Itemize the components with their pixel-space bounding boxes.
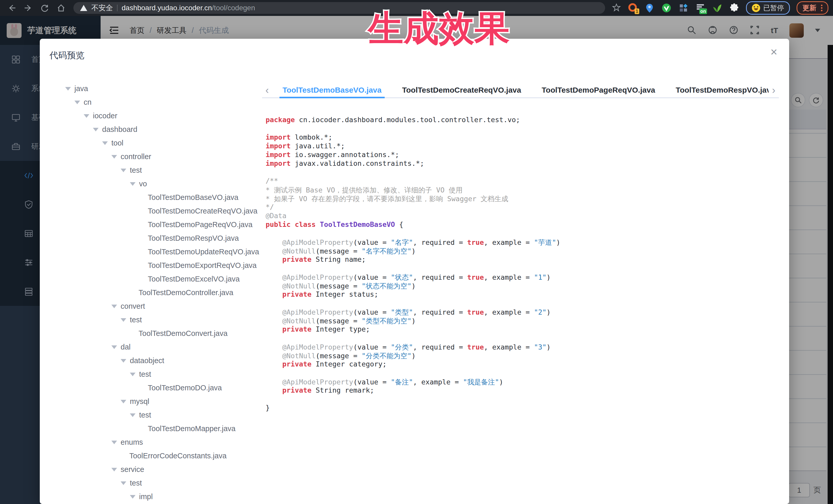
tree-label: vo (139, 179, 147, 188)
security-warning-icon[interactable] (80, 5, 87, 11)
caret-down-icon[interactable] (130, 413, 136, 417)
code-line: import lombok.*; (266, 133, 779, 142)
caret-down-icon[interactable] (121, 318, 126, 322)
caret-down-icon[interactable] (111, 305, 117, 308)
tree-file[interactable]: ToolTestDemoUpdateReqVO.java (49, 245, 262, 259)
tree-file[interactable]: ToolTestDemoExportReqVO.java (49, 259, 262, 272)
caret-down-icon[interactable] (84, 114, 89, 118)
file-tab[interactable]: ToolTestDemoCreateReqVO.java (392, 82, 531, 98)
caret-down-icon[interactable] (102, 141, 108, 145)
bookmark-star-icon[interactable] (612, 3, 621, 13)
caret-down-icon[interactable] (121, 359, 126, 363)
tree-label: ToolTestDemoCreateReqVO.java (148, 207, 257, 215)
tree-folder[interactable]: test (49, 313, 262, 327)
tabs-scroll-left-icon[interactable]: ‹ (262, 82, 272, 98)
code-line (266, 168, 779, 177)
address-bar[interactable]: 不安全 dashboard.yudao.iocoder.cn/tool/code… (73, 2, 605, 14)
caret-down-icon[interactable] (74, 101, 80, 104)
code-line: @NotNull(message = "名字不能为空") (266, 247, 779, 255)
code-view[interactable]: package cn.iocoder.dashboard.modules.too… (266, 116, 779, 501)
tree-folder[interactable]: mysql (49, 395, 262, 408)
tree-label: service (121, 465, 144, 474)
tree-folder[interactable]: dashboard (49, 123, 262, 136)
tree-file[interactable]: ToolTestDemoRespVO.java (49, 232, 262, 245)
tree-label: ToolTestDemoConvert.java (139, 329, 228, 338)
tree-folder[interactable]: test (49, 164, 262, 177)
tree-file[interactable]: ToolTestDemoConvert.java (49, 327, 262, 340)
tree-label: enums (121, 438, 143, 447)
reload-icon[interactable] (40, 3, 49, 13)
file-tab[interactable]: ToolTestDemoPageReqVO.java (531, 82, 665, 98)
tree-file[interactable]: ToolTestDemoExcelVO.java (49, 272, 262, 286)
code-line: private Integer type; (266, 325, 779, 334)
code-line: * 测试示例 Base VO，提供给添加、修改、详细的子 VO 使用 (266, 186, 779, 194)
home-icon[interactable] (56, 3, 66, 13)
security-label[interactable]: 不安全 (91, 3, 113, 13)
tree-folder[interactable]: convert (49, 299, 262, 313)
tree-folder[interactable]: cn (49, 95, 262, 109)
tree-folder[interactable]: dataobject (49, 354, 262, 367)
ext-leaf-icon[interactable] (712, 3, 722, 13)
tree-file[interactable]: ToolTestDemoDO.java (49, 381, 262, 395)
caret-down-icon[interactable] (121, 400, 126, 403)
tree-folder[interactable]: impl (49, 490, 262, 503)
tree-folder[interactable]: java (49, 82, 262, 95)
file-tab[interactable]: ToolTestDemoRespVO.java (665, 82, 768, 98)
ext-orange-circle-icon[interactable]: 1 (627, 3, 638, 13)
tree-folder[interactable]: dal (49, 340, 262, 354)
forward-icon[interactable] (24, 3, 33, 13)
tree-file[interactable]: ToolTestDemoController.java (49, 286, 262, 299)
tree-folder[interactable]: tool (49, 136, 262, 150)
tree-folder[interactable]: test (49, 367, 262, 381)
tabs-scroll-right-icon[interactable]: › (768, 82, 779, 98)
tree-file[interactable]: ToolTestDemoBaseVO.java (49, 191, 262, 204)
tree-file[interactable]: ToolErrorCodeConstants.java (49, 449, 262, 463)
ext-on-badge-icon[interactable]: on (695, 3, 706, 13)
tree-file[interactable]: ToolTestDemoCreateReqVO.java (49, 204, 262, 218)
url-host[interactable]: dashboard.yudao.iocoder.cn (122, 4, 212, 12)
tree-file[interactable]: ToolTestDemoMapper.java (49, 422, 262, 435)
tree-label: test (139, 411, 151, 419)
file-tab[interactable]: ToolTestDemoBaseVO.java (272, 82, 392, 98)
url-path[interactable]: /tool/codegen (212, 4, 255, 12)
caret-down-icon[interactable] (121, 169, 126, 172)
ext-green-v-icon[interactable] (661, 3, 672, 13)
tree-label: ToolTestDemoExportReqVO.java (148, 261, 257, 270)
caret-down-icon[interactable] (130, 373, 136, 376)
code-line: @ApiModelProperty(value = "分类", required… (266, 342, 779, 351)
tree-folder[interactable]: test (49, 476, 262, 490)
back-icon[interactable] (7, 3, 17, 13)
code-line: @NotNull(message = "类型不能为空") (266, 316, 779, 325)
code-line: @ApiModelProperty(value = "状态", required… (266, 273, 779, 282)
caret-down-icon[interactable] (111, 155, 117, 159)
tree-label: test (130, 166, 142, 174)
ext-grid-icon[interactable] (678, 3, 689, 13)
ext-blue-pin-icon[interactable] (644, 3, 654, 13)
code-line (266, 334, 779, 342)
tree-folder[interactable]: iocoder (49, 109, 262, 123)
browser-toolbar: 不安全 dashboard.yudao.iocoder.cn/tool/code… (0, 0, 833, 16)
tree-label: ToolTestDemoBaseVO.java (148, 193, 238, 202)
tree-file[interactable]: ToolTestDemoPageReqVO.java (49, 218, 262, 232)
caret-down-icon[interactable] (111, 468, 117, 472)
tree-folder[interactable]: test (49, 408, 262, 422)
code-line (266, 229, 779, 238)
tree-folder[interactable]: enums (49, 435, 262, 449)
caret-down-icon[interactable] (111, 440, 117, 444)
code-line (266, 369, 779, 378)
caret-down-icon[interactable] (93, 128, 98, 131)
browser-update-button[interactable]: 更新 (796, 1, 828, 15)
caret-down-icon[interactable] (121, 481, 126, 485)
code-line: @NotNull(message = "分类不能为空") (266, 351, 779, 360)
tree-folder[interactable]: controller (49, 150, 262, 164)
browser-menu-icon[interactable] (821, 5, 823, 11)
caret-down-icon[interactable] (130, 182, 136, 186)
caret-down-icon[interactable] (130, 495, 136, 499)
close-icon[interactable]: × (770, 46, 777, 58)
tree-folder[interactable]: service (49, 463, 262, 476)
caret-down-icon[interactable] (65, 87, 71, 91)
extensions-puzzle-icon[interactable] (729, 3, 739, 13)
tree-folder[interactable]: vo (49, 177, 262, 191)
caret-down-icon[interactable] (111, 345, 117, 349)
profile-paused-badge[interactable]: 已暂停 (746, 1, 790, 15)
